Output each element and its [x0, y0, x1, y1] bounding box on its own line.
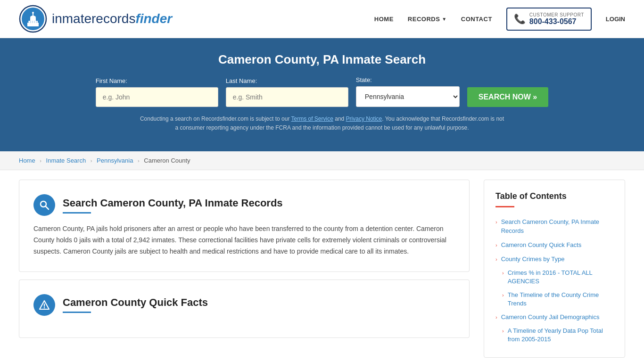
last-name-group: Last Name: [226, 77, 348, 107]
nav-login[interactable]: LOGIN [606, 16, 625, 23]
magnifier-icon [39, 200, 50, 210]
section-underline-facts [63, 312, 91, 313]
last-name-input[interactable] [226, 87, 348, 107]
toc-box: Table of Contents › Search Cameron Count… [484, 180, 625, 358]
facts-section-icon [33, 294, 55, 316]
svg-rect-6 [33, 13, 33, 18]
svg-rect-2 [27, 23, 39, 26]
nav-contact[interactable]: CONTACT [461, 16, 492, 23]
nav-home[interactable]: HOME [374, 16, 394, 23]
toc-item-crimes-type[interactable]: › County Crimes by Type [495, 252, 613, 266]
svg-point-17 [44, 307, 45, 308]
nav-records[interactable]: RECORDS ▼ [408, 16, 447, 23]
toc-item-search[interactable]: › Search Cameron County, PA Inmate Recor… [495, 215, 613, 238]
toc-item-demographics[interactable]: › Cameron County Jail Demographics [495, 310, 613, 324]
warning-icon [39, 300, 50, 310]
breadcrumb-sep-2: › [91, 158, 92, 164]
logo-icon [19, 5, 47, 33]
svg-rect-9 [30, 21, 31, 23]
first-name-input[interactable] [96, 87, 218, 107]
state-label: State: [356, 76, 460, 83]
chevron-icon-4: › [502, 270, 504, 277]
site-header: inmaterecordsfinder HOME RECORDS ▼ CONTA… [0, 0, 644, 38]
section-underline-search [63, 212, 91, 214]
breadcrumb: Home › Inmate Search › Pennsylvania › Ca… [0, 151, 644, 170]
state-select[interactable]: Pennsylvania Alabama Alaska Arizona Cali… [356, 86, 460, 107]
chevron-icon-3: › [495, 256, 497, 263]
toc-title: Table of Contents [495, 191, 613, 201]
search-section-icon [33, 194, 55, 216]
first-name-group: First Name: [96, 77, 218, 107]
logo-text: inmaterecordsfinder [52, 11, 172, 26]
breadcrumb-current: Cameron County [144, 157, 190, 164]
svg-point-7 [32, 12, 34, 14]
hero-disclaimer: Conducting a search on Recordsfinder.com… [138, 115, 506, 132]
search-form: First Name: Last Name: State: Pennsylvan… [19, 76, 625, 107]
breadcrumb-sep-3: › [138, 158, 140, 164]
customer-support-box[interactable]: 📞 CUSTOMER SUPPORT 800-433-0567 [506, 8, 592, 31]
toc-subitem-crimes-pct[interactable]: › Crimes % in 2016 - TOTAL ALL AGENCIES [495, 266, 613, 288]
tos-link[interactable]: Terms of Service [291, 115, 333, 122]
search-section-body: Cameron County, PA jails hold prisoners … [33, 223, 455, 257]
toc-subitem-yearly-data[interactable]: › A Timeline of Yearly Data Pop Total fr… [495, 324, 613, 346]
breadcrumb-sep-1: › [40, 158, 41, 164]
chevron-icon-2: › [495, 242, 497, 249]
breadcrumb-home[interactable]: Home [19, 157, 35, 164]
privacy-link[interactable]: Privacy Notice [346, 115, 382, 122]
hero-section: Cameron County, PA Inmate Search First N… [0, 38, 644, 151]
search-section-title: Search Cameron County, PA Inmate Records [63, 197, 283, 209]
breadcrumb-state[interactable]: Pennsylvania [97, 157, 133, 164]
first-name-label: First Name: [96, 77, 218, 84]
section-header-search: Search Cameron County, PA Inmate Records [33, 194, 455, 216]
main-nav: HOME RECORDS ▼ CONTACT 📞 CUSTOMER SUPPOR… [374, 8, 625, 31]
hero-title: Cameron County, PA Inmate Search [19, 52, 625, 67]
toc-underline [495, 206, 514, 207]
svg-rect-10 [32, 21, 33, 23]
chevron-icon-6: › [495, 314, 497, 321]
svg-line-14 [46, 206, 49, 209]
state-group: State: Pennsylvania Alabama Alaska Arizo… [356, 76, 460, 107]
breadcrumb-inmate-search[interactable]: Inmate Search [46, 157, 86, 164]
main-content: Search Cameron County, PA Inmate Records… [0, 170, 644, 362]
last-name-label: Last Name: [226, 77, 348, 84]
phone-icon: 📞 [514, 13, 526, 25]
sidebar: Table of Contents › Search Cameron Count… [484, 180, 625, 358]
search-records-section: Search Cameron County, PA Inmate Records… [19, 180, 470, 272]
chevron-icon-1: › [495, 219, 497, 226]
search-button[interactable]: SEARCH NOW » [467, 87, 548, 107]
quick-facts-section: Cameron County Quick Facts [19, 280, 470, 338]
support-phone: 800-433-0567 [529, 17, 584, 26]
svg-rect-11 [34, 21, 35, 23]
logo[interactable]: inmaterecordsfinder [19, 5, 172, 33]
svg-rect-8 [28, 21, 29, 23]
quick-facts-title: Cameron County Quick Facts [63, 296, 208, 309]
toc-item-quick-facts[interactable]: › Cameron County Quick Facts [495, 238, 613, 252]
chevron-icon-5: › [502, 292, 504, 299]
svg-rect-12 [36, 21, 37, 23]
chevron-icon-7: › [502, 328, 504, 335]
toc-subitem-timeline[interactable]: › The Timeline of the County Crime Trend… [495, 288, 613, 310]
content-area: Search Cameron County, PA Inmate Records… [19, 180, 484, 358]
section-header-facts: Cameron County Quick Facts [33, 294, 455, 316]
support-label: CUSTOMER SUPPORT [529, 12, 584, 17]
